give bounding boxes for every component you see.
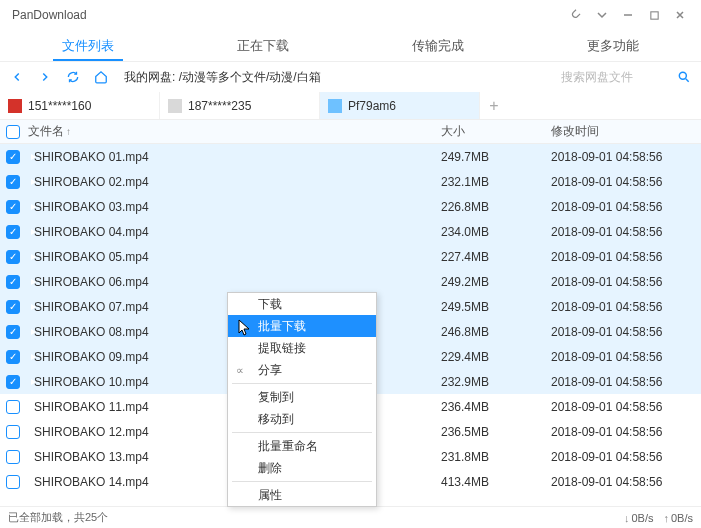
file-time: 2018-09-01 04:58:56 — [551, 425, 701, 439]
table-row[interactable]: SHIROBAKO 05.mp4227.4MB2018-09-01 04:58:… — [0, 244, 701, 269]
file-time: 2018-09-01 04:58:56 — [551, 375, 701, 389]
account-label: 151*****160 — [28, 99, 91, 113]
minimize-button[interactable] — [615, 2, 641, 28]
select-all-checkbox[interactable] — [6, 125, 20, 139]
forward-button[interactable] — [34, 66, 56, 88]
row-checkbox[interactable] — [6, 450, 20, 464]
file-name: SHIROBAKO 13.mp4 — [34, 450, 149, 464]
file-name: SHIROBAKO 05.mp4 — [34, 250, 149, 264]
row-checkbox[interactable] — [6, 250, 20, 264]
row-checkbox[interactable] — [6, 150, 20, 164]
row-checkbox[interactable] — [6, 300, 20, 314]
table-row[interactable]: SHIROBAKO 04.mp4234.0MB2018-09-01 04:58:… — [0, 219, 701, 244]
file-time: 2018-09-01 04:58:56 — [551, 200, 701, 214]
file-name: SHIROBAKO 14.mp4 — [34, 475, 149, 489]
tab-completed[interactable]: 传输完成 — [351, 30, 526, 61]
tab-label: 正在下载 — [237, 37, 289, 55]
file-name: SHIROBAKO 08.mp4 — [34, 325, 149, 339]
column-time[interactable]: 修改时间 — [551, 123, 701, 140]
row-checkbox[interactable] — [6, 425, 20, 439]
row-checkbox[interactable] — [6, 225, 20, 239]
breadcrumb[interactable]: 我的网盘: /动漫等多个文件/动漫/白箱 — [118, 69, 551, 86]
table-row[interactable]: SHIROBAKO 06.mp4249.2MB2018-09-01 04:58:… — [0, 269, 701, 294]
account-tab-1[interactable]: 187*****235 — [160, 92, 320, 119]
column-size[interactable]: 大小 — [441, 123, 551, 140]
row-checkbox[interactable] — [6, 400, 20, 414]
file-name-cell: SHIROBAKO 02.mp4 — [26, 175, 441, 189]
share-icon: ∝ — [236, 364, 244, 377]
column-name[interactable]: 文件名↑ — [26, 123, 441, 140]
menu-item-label: 批量重命名 — [258, 438, 318, 455]
refresh-button[interactable] — [62, 66, 84, 88]
menu-item[interactable]: 属性 — [228, 484, 376, 506]
account-tab-0[interactable]: 151*****160 — [0, 92, 160, 119]
tab-label: 传输完成 — [412, 37, 464, 55]
file-size: 227.4MB — [441, 250, 551, 264]
file-size: 236.5MB — [441, 425, 551, 439]
menu-item[interactable]: 批量下载 — [228, 315, 376, 337]
menu-item-label: 属性 — [258, 487, 282, 504]
row-checkbox[interactable] — [6, 475, 20, 489]
menu-item-label: 移动到 — [258, 411, 294, 428]
avatar — [328, 99, 342, 113]
search-icon[interactable] — [673, 66, 695, 88]
maximize-button[interactable] — [641, 2, 667, 28]
tab-more[interactable]: 更多功能 — [526, 30, 701, 61]
svg-point-2 — [679, 72, 686, 79]
menu-item-label: 删除 — [258, 460, 282, 477]
file-time: 2018-09-01 04:58:56 — [551, 350, 701, 364]
file-time: 2018-09-01 04:58:56 — [551, 450, 701, 464]
row-checkbox[interactable] — [6, 350, 20, 364]
close-button[interactable] — [667, 2, 693, 28]
theme-icon[interactable] — [563, 2, 589, 28]
table-row[interactable]: SHIROBAKO 03.mp4226.8MB2018-09-01 04:58:… — [0, 194, 701, 219]
menu-item[interactable]: 删除 — [228, 457, 376, 479]
row-checkbox[interactable] — [6, 175, 20, 189]
file-size: 234.0MB — [441, 225, 551, 239]
file-name: SHIROBAKO 11.mp4 — [34, 400, 149, 414]
back-button[interactable] — [6, 66, 28, 88]
table-row[interactable]: SHIROBAKO 01.mp4249.7MB2018-09-01 04:58:… — [0, 144, 701, 169]
row-checkbox[interactable] — [6, 375, 20, 389]
file-name: SHIROBAKO 02.mp4 — [34, 175, 149, 189]
tab-file-list[interactable]: 文件列表 — [0, 30, 175, 61]
menu-item[interactable]: ∝分享 — [228, 359, 376, 381]
menu-item[interactable]: 复制到 — [228, 386, 376, 408]
table-row[interactable]: SHIROBAKO 02.mp4232.1MB2018-09-01 04:58:… — [0, 169, 701, 194]
file-time: 2018-09-01 04:58:56 — [551, 300, 701, 314]
list-header: 文件名↑ 大小 修改时间 — [0, 120, 701, 144]
window-title: PanDownload — [8, 8, 563, 22]
row-checkbox[interactable] — [6, 325, 20, 339]
file-name: SHIROBAKO 01.mp4 — [34, 150, 149, 164]
row-checkbox[interactable] — [6, 200, 20, 214]
tab-label: 更多功能 — [587, 37, 639, 55]
account-tab-2[interactable]: Pf79am6 — [320, 92, 480, 119]
file-size: 229.4MB — [441, 350, 551, 364]
menu-item-label: 下载 — [258, 296, 282, 313]
home-button[interactable] — [90, 66, 112, 88]
file-name: SHIROBAKO 10.mp4 — [34, 375, 149, 389]
download-speed-icon: ↓ — [624, 512, 630, 524]
add-account-button[interactable]: + — [480, 92, 508, 119]
file-name: SHIROBAKO 03.mp4 — [34, 200, 149, 214]
menu-separator — [232, 481, 372, 482]
file-time: 2018-09-01 04:58:56 — [551, 150, 701, 164]
context-menu: 下载批量下载提取链接∝分享复制到移动到批量重命名删除属性 — [227, 292, 377, 507]
file-name: SHIROBAKO 06.mp4 — [34, 275, 149, 289]
file-size: 246.8MB — [441, 325, 551, 339]
tab-downloading[interactable]: 正在下载 — [175, 30, 350, 61]
file-time: 2018-09-01 04:58:56 — [551, 325, 701, 339]
file-size: 232.9MB — [441, 375, 551, 389]
menu-item[interactable]: 批量重命名 — [228, 435, 376, 457]
file-size: 249.5MB — [441, 300, 551, 314]
file-name: SHIROBAKO 07.mp4 — [34, 300, 149, 314]
dropdown-icon[interactable] — [589, 2, 615, 28]
menu-item[interactable]: 下载 — [228, 293, 376, 315]
search-input[interactable]: 搜索网盘文件 — [557, 67, 667, 88]
menu-item[interactable]: 提取链接 — [228, 337, 376, 359]
menu-item-label: 批量下载 — [258, 318, 306, 335]
file-size: 249.2MB — [441, 275, 551, 289]
row-checkbox[interactable] — [6, 275, 20, 289]
file-size: 226.8MB — [441, 200, 551, 214]
menu-item[interactable]: 移动到 — [228, 408, 376, 430]
